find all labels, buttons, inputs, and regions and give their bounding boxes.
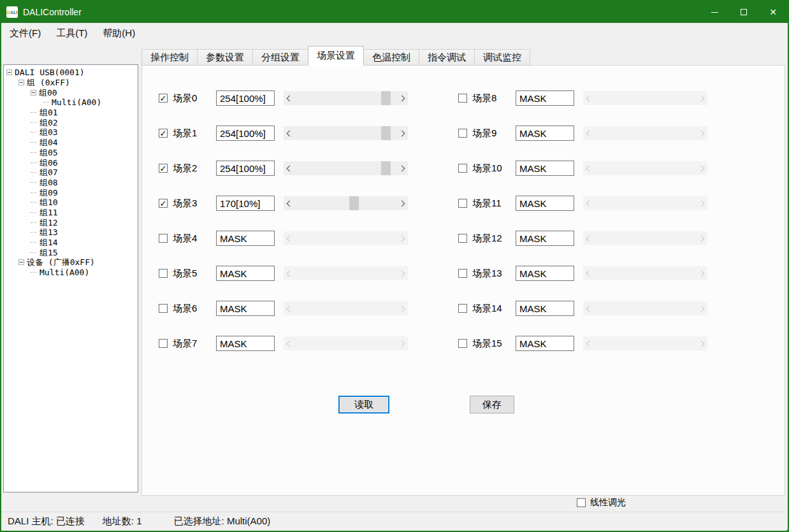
tree-item-16[interactable]: 组13 xyxy=(4,227,138,238)
scene-value-input[interactable] xyxy=(216,90,275,106)
scene-scrollbar[interactable] xyxy=(284,91,408,105)
scrollbar-left-arrow-icon[interactable] xyxy=(284,266,294,280)
scrollbar-right-arrow-icon[interactable] xyxy=(397,266,408,280)
scrollbar-left-arrow-icon[interactable] xyxy=(284,91,294,105)
scene-checkbox[interactable] xyxy=(159,234,168,243)
scene-scrollbar[interactable] xyxy=(583,126,707,140)
scrollbar-track[interactable] xyxy=(294,161,397,175)
scrollbar-left-arrow-icon[interactable] xyxy=(583,91,594,105)
scrollbar-left-arrow-icon[interactable] xyxy=(284,196,294,210)
scrollbar-left-arrow-icon[interactable] xyxy=(583,266,594,280)
scene-checkbox[interactable] xyxy=(458,199,467,208)
scene-value-input[interactable] xyxy=(516,90,574,106)
scene-checkbox[interactable] xyxy=(159,304,168,313)
scrollbar-left-arrow-icon[interactable] xyxy=(284,336,294,350)
tab-3[interactable]: 场景设置 xyxy=(308,46,364,66)
scrollbar-left-arrow-icon[interactable] xyxy=(284,126,294,140)
save-button[interactable]: 保存 xyxy=(470,396,514,413)
scrollbar-thumb[interactable] xyxy=(381,91,391,105)
scrollbar-left-arrow-icon[interactable] xyxy=(583,126,594,140)
scrollbar-track[interactable] xyxy=(294,336,397,350)
scene-scrollbar[interactable] xyxy=(583,231,707,245)
scrollbar-track[interactable] xyxy=(294,91,397,105)
scrollbar-left-arrow-icon[interactable] xyxy=(583,301,594,315)
scrollbar-track[interactable] xyxy=(294,126,397,140)
scene-scrollbar[interactable] xyxy=(284,161,408,175)
scene-checkbox[interactable]: ✓ xyxy=(159,199,168,208)
tree-item-0[interactable]: DALI USB(0001) xyxy=(4,68,138,78)
scrollbar-right-arrow-icon[interactable] xyxy=(697,231,707,245)
scrollbar-left-arrow-icon[interactable] xyxy=(284,231,294,245)
scrollbar-right-arrow-icon[interactable] xyxy=(397,126,408,140)
scrollbar-track[interactable] xyxy=(294,231,397,245)
scrollbar-right-arrow-icon[interactable] xyxy=(697,196,707,210)
tree-item-6[interactable]: 组03 xyxy=(4,127,138,138)
scene-value-input[interactable] xyxy=(216,336,275,351)
scene-scrollbar[interactable] xyxy=(284,126,408,140)
scene-scrollbar[interactable] xyxy=(284,301,408,315)
tree-item-11[interactable]: 组08 xyxy=(4,178,138,188)
maximize-button[interactable] xyxy=(729,1,758,23)
tree-item-10[interactable]: 组07 xyxy=(4,168,138,178)
scrollbar-left-arrow-icon[interactable] xyxy=(583,231,594,245)
tree-item-5[interactable]: 组02 xyxy=(4,117,138,127)
scene-checkbox[interactable] xyxy=(458,164,467,173)
scene-checkbox[interactable] xyxy=(458,129,467,138)
tree-expander-icon[interactable] xyxy=(6,69,12,75)
scene-scrollbar[interactable] xyxy=(284,231,408,245)
scrollbar-thumb[interactable] xyxy=(381,161,391,175)
scene-checkbox[interactable] xyxy=(458,94,467,103)
scrollbar-track[interactable] xyxy=(594,301,697,315)
scene-scrollbar[interactable] xyxy=(583,161,707,175)
tree-item-2[interactable]: 组00 xyxy=(4,87,138,97)
scene-value-input[interactable] xyxy=(216,196,275,211)
tab-6[interactable]: 调试监控 xyxy=(474,49,530,66)
scene-value-input[interactable] xyxy=(516,196,574,211)
scrollbar-track[interactable] xyxy=(594,266,697,280)
scrollbar-right-arrow-icon[interactable] xyxy=(697,266,707,280)
scrollbar-track[interactable] xyxy=(594,161,697,175)
scene-checkbox[interactable]: ✓ xyxy=(159,164,168,173)
tree-item-15[interactable]: 组12 xyxy=(4,217,138,227)
scrollbar-right-arrow-icon[interactable] xyxy=(397,91,408,105)
scrollbar-track[interactable] xyxy=(594,336,697,350)
scene-value-input[interactable] xyxy=(216,266,275,281)
tree-item-3[interactable]: Multi(A00) xyxy=(4,97,138,108)
tree-item-8[interactable]: 组05 xyxy=(4,148,138,158)
scene-checkbox[interactable] xyxy=(159,269,168,278)
scene-value-input[interactable] xyxy=(516,231,574,246)
scrollbar-track[interactable] xyxy=(594,196,697,210)
scrollbar-right-arrow-icon[interactable] xyxy=(397,196,408,210)
tree-expander-icon[interactable] xyxy=(18,259,24,265)
resize-grip-icon[interactable] xyxy=(784,527,785,528)
scrollbar-left-arrow-icon[interactable] xyxy=(583,161,594,175)
scrollbar-left-arrow-icon[interactable] xyxy=(284,161,294,175)
app-icon[interactable]: DALI xyxy=(6,6,18,18)
scene-scrollbar[interactable] xyxy=(583,336,707,350)
scrollbar-right-arrow-icon[interactable] xyxy=(397,161,408,175)
scene-value-input[interactable] xyxy=(516,161,574,176)
linear-dimming-checkbox[interactable] xyxy=(577,498,586,507)
scene-value-input[interactable] xyxy=(216,301,275,316)
tree-item-4[interactable]: 组01 xyxy=(4,108,138,118)
scene-scrollbar[interactable] xyxy=(284,336,408,350)
scene-checkbox[interactable] xyxy=(458,304,467,313)
tab-0[interactable]: 操作控制 xyxy=(141,49,198,66)
scene-checkbox[interactable] xyxy=(159,339,168,348)
minimize-button[interactable] xyxy=(700,1,729,23)
scrollbar-right-arrow-icon[interactable] xyxy=(697,301,707,315)
scrollbar-track[interactable] xyxy=(294,196,397,210)
scrollbar-track[interactable] xyxy=(294,266,397,280)
scrollbar-thumb[interactable] xyxy=(349,196,359,210)
scrollbar-right-arrow-icon[interactable] xyxy=(697,126,707,140)
tab-1[interactable]: 参数设置 xyxy=(197,49,253,66)
scrollbar-track[interactable] xyxy=(594,231,697,245)
tree-item-13[interactable]: 组10 xyxy=(4,198,138,208)
scene-value-input[interactable] xyxy=(216,126,275,141)
scene-scrollbar[interactable] xyxy=(284,266,408,280)
scene-value-input[interactable] xyxy=(216,161,275,176)
close-button[interactable]: ✕ xyxy=(758,1,788,23)
tree-item-20[interactable]: Multi(A00) xyxy=(4,268,138,278)
read-button[interactable]: 读取 xyxy=(338,396,389,413)
scene-checkbox[interactable] xyxy=(458,269,467,278)
